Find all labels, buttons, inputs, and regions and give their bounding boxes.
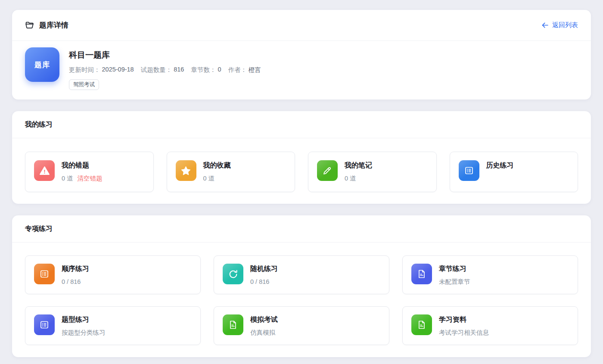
- page-title: 题库详情: [39, 20, 68, 30]
- item-title: 我的错题: [62, 161, 103, 170]
- card-question-type-practice[interactable]: 题型练习 按题型分类练习: [25, 306, 201, 345]
- folder-open-icon: [25, 21, 34, 30]
- item-subtitle: 0 / 816: [250, 277, 269, 286]
- card-my-favorites[interactable]: 我的收藏 0 道: [167, 152, 295, 192]
- card-my-notes[interactable]: 我的笔记 0 道: [308, 152, 437, 192]
- item-count: 0 道: [62, 174, 73, 183]
- item-title: 学习资料: [439, 315, 489, 324]
- item-title: 我的笔记: [345, 161, 372, 170]
- card-study-materials[interactable]: 学习资料 考试学习相关信息: [402, 306, 578, 345]
- item-title: 题型练习: [62, 315, 106, 324]
- card-my-wrong-questions[interactable]: 我的错题 0 道 清空错题: [25, 152, 154, 192]
- item-subtitle: 未配置章节: [439, 277, 470, 286]
- bank-category-tag: 驾照考试: [69, 79, 99, 90]
- list-icon: [34, 314, 55, 335]
- meta-label: 更新时间：: [69, 66, 100, 74]
- item-count: 0 道: [203, 174, 215, 183]
- item-title: 章节练习: [439, 264, 470, 274]
- clear-wrong-questions-link[interactable]: 清空错题: [78, 174, 103, 183]
- card-mock-exam[interactable]: 模拟考试 仿真模拟: [214, 306, 389, 345]
- card-chapter-practice[interactable]: 章节练习 未配置章节: [402, 255, 578, 294]
- meta-value-question-count: 816: [174, 66, 184, 74]
- document-icon: [411, 264, 432, 284]
- meta-label: 章节数：: [191, 66, 216, 74]
- item-subtitle: 按题型分类练习: [62, 328, 106, 337]
- item-title: 历史练习: [486, 161, 514, 170]
- card-sequential-practice[interactable]: 顺序练习 0 / 816: [25, 255, 201, 294]
- arrow-left-icon: [541, 21, 549, 29]
- item-subtitle: 仿真模拟: [250, 328, 275, 337]
- document-icon: [411, 314, 432, 335]
- meta-label: 试题数量：: [141, 66, 172, 74]
- item-subtitle: 考试学习相关信息: [439, 328, 489, 337]
- my-practice-card: 我的练习 我的错题 0 道 清空错题: [12, 111, 591, 204]
- item-count: 0 道: [345, 174, 356, 183]
- special-practice-header: 专项练习: [12, 215, 591, 243]
- bank-detail-card: 题库详情 返回列表 题库 科目一题库 更新时间：2025-09-18 试题数量：…: [12, 10, 591, 100]
- bank-title: 科目一题库: [69, 50, 261, 60]
- my-practice-header: 我的练习: [12, 111, 591, 138]
- special-practice-card: 专项练习 顺序练习 0 / 816: [12, 215, 591, 357]
- item-title: 模拟考试: [250, 315, 278, 324]
- document-icon: [223, 314, 243, 335]
- meta-value-updated: 2025-09-18: [102, 66, 134, 74]
- list-icon: [459, 160, 479, 181]
- meta-value-author: 橙言: [249, 66, 261, 74]
- star-icon: [176, 160, 196, 181]
- item-title: 随机练习: [250, 264, 278, 274]
- bank-cover-badge: 题库: [25, 47, 59, 82]
- page: 题库详情 返回列表 题库 科目一题库 更新时间：2025-09-18 试题数量：…: [0, 0, 603, 364]
- item-subtitle: 0 / 816: [62, 277, 81, 286]
- bank-detail-body: 题库 科目一题库 更新时间：2025-09-18 试题数量：816 章节数：0 …: [12, 41, 591, 100]
- item-title: 顺序练习: [62, 264, 89, 274]
- card-history-practice[interactable]: 历史练习: [450, 152, 578, 192]
- bank-detail-header: 题库详情 返回列表: [12, 10, 591, 41]
- item-title: 我的收藏: [203, 161, 231, 170]
- warning-triangle-icon: [34, 160, 55, 181]
- back-link-label: 返回列表: [552, 21, 578, 29]
- bank-meta: 更新时间：2025-09-18 试题数量：816 章节数：0 作者：橙言: [69, 66, 261, 74]
- list-icon: [34, 264, 55, 284]
- pen-icon: [317, 160, 338, 181]
- meta-value-chapter-count: 0: [218, 66, 221, 74]
- meta-label: 作者：: [228, 66, 247, 74]
- refresh-icon: [223, 264, 243, 284]
- back-to-list-link[interactable]: 返回列表: [541, 21, 578, 29]
- card-random-practice[interactable]: 随机练习 0 / 816: [214, 255, 389, 294]
